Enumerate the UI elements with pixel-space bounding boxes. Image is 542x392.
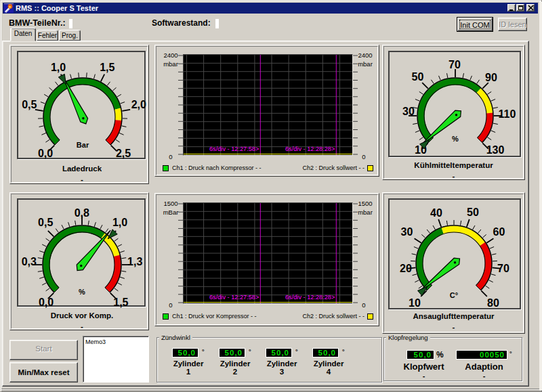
svg-text:1,0: 1,0 xyxy=(51,62,66,73)
svg-text:60: 60 xyxy=(493,226,505,238)
svg-text:90: 90 xyxy=(485,72,497,83)
svg-text:Bar: Bar xyxy=(77,141,89,149)
svg-text:1,5: 1,5 xyxy=(100,62,114,73)
svg-text:130: 130 xyxy=(486,144,505,156)
svg-text:1,0: 1,0 xyxy=(112,217,127,228)
svg-text:30: 30 xyxy=(401,226,413,238)
svg-text:10: 10 xyxy=(409,297,421,309)
svg-text:0,8: 0,8 xyxy=(75,207,89,219)
svg-text:2,0: 2,0 xyxy=(131,99,146,110)
svg-text:1,5: 1,5 xyxy=(113,297,128,308)
svg-text:0,0: 0,0 xyxy=(39,297,54,308)
svg-text:%: % xyxy=(452,135,459,143)
svg-text:20: 20 xyxy=(400,263,412,274)
svg-text:70: 70 xyxy=(449,59,461,70)
svg-text:70: 70 xyxy=(497,263,509,274)
svg-text:40: 40 xyxy=(430,207,442,219)
svg-text:110: 110 xyxy=(499,108,516,120)
svg-text:80: 80 xyxy=(487,297,499,309)
svg-text:0,3: 0,3 xyxy=(22,256,37,267)
svg-text:1,3: 1,3 xyxy=(127,256,142,267)
svg-text:30: 30 xyxy=(402,106,415,117)
svg-text:0,5: 0,5 xyxy=(38,217,53,228)
svg-text:%: % xyxy=(79,288,85,296)
svg-text:2,5: 2,5 xyxy=(116,148,131,159)
svg-text:0,5: 0,5 xyxy=(22,99,37,110)
svg-text:0,0: 0,0 xyxy=(38,148,53,159)
svg-text:50: 50 xyxy=(412,71,424,83)
svg-text:50: 50 xyxy=(467,206,479,218)
svg-text:C°: C° xyxy=(450,291,458,299)
